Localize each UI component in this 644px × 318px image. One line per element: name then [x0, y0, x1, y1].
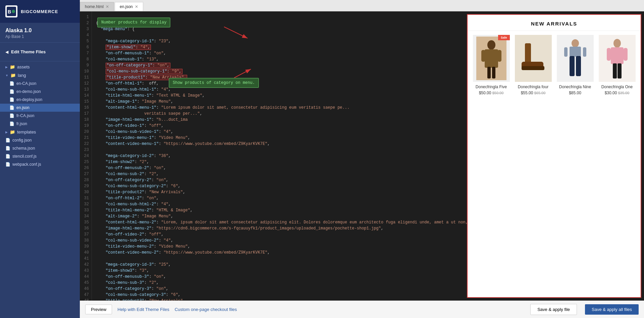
product-price-2: $85.00 — [569, 91, 581, 95]
tab-home-html-label: home.html — [85, 4, 104, 9]
file-en-demo-json[interactable]: 📄 en-demo.json — [0, 88, 80, 96]
svg-rect-30 — [613, 63, 617, 78]
product-card-1: Donecfringla four $55.00 $65.00 — [514, 35, 553, 95]
product-original-price-3: $35.00 — [618, 91, 630, 95]
svg-rect-29 — [624, 48, 628, 61]
folder-templates-label: templates — [17, 129, 36, 135]
tab-en-json-label: en.json — [120, 4, 133, 9]
file-fr-ca-json[interactable]: 📄 fr-CA.json — [0, 112, 80, 120]
file-fr-label: fr.json — [16, 121, 27, 126]
product-image-0: Sale — [473, 35, 510, 82]
save-file-button[interactable]: Save & apply file — [530, 304, 577, 315]
main-content: home.html ✕ en.json ✕ 12345 678910 11121… — [80, 0, 644, 318]
product-name-2: Donecfringla Nine — [559, 85, 591, 89]
edit-theme-files-header[interactable]: ◀ Edit Theme Files — [0, 46, 80, 58]
svg-point-19 — [572, 39, 579, 47]
file-config-json[interactable]: 📄 config.json — [0, 136, 80, 144]
close-tab-home-html[interactable]: ✕ — [106, 5, 109, 9]
file-webpack-conf[interactable]: 📄 webpack.conf.js — [0, 160, 80, 168]
folder-assets-label: assets — [17, 64, 30, 69]
folder-templates[interactable]: ▶ 📁 templates — [0, 128, 80, 136]
chevron-right-icon: ▶ — [5, 65, 8, 69]
file-tree: ▶ 📁 assets ▼ 📁 lang 📄 en-CA.json 📄 en-de… — [0, 61, 80, 318]
svg-rect-12 — [487, 67, 491, 78]
svg-rect-21 — [564, 47, 568, 57]
theme-base: Ap Base 1 — [5, 34, 32, 39]
code-lines-container: 12345 678910 1112131415 1617181920 21222… — [80, 11, 467, 301]
file-en-deploy-json[interactable]: 📄 en-deploy.json — [0, 96, 80, 104]
bigcommerce-logo-icon: B — [5, 5, 17, 17]
file-webpack-label: webpack.conf.js — [12, 162, 41, 167]
svg-rect-28 — [607, 48, 611, 61]
bottom-bar: Preview Help with Edit Theme Files Custo… — [80, 301, 644, 318]
file-icon: 📄 — [9, 81, 14, 86]
file-icon: 📄 — [9, 97, 14, 102]
theme-name: Alaska 1.0 — [5, 28, 32, 34]
svg-rect-22 — [583, 47, 586, 57]
help-link[interactable]: Help with Edit Theme Files — [117, 307, 169, 312]
file-icon: 📄 — [9, 121, 14, 126]
product-name-0: Donecfringla Five — [476, 85, 507, 89]
file-icon: 📄 — [9, 89, 14, 94]
product-image-1 — [515, 35, 552, 82]
theme-info-section: Alaska 1.0 Ap Base 1 « — [0, 23, 80, 43]
folder-icon: 📁 — [10, 73, 16, 78]
file-schema-label: schema.json — [12, 146, 35, 151]
tab-bar: home.html ✕ en.json ✕ — [80, 0, 644, 11]
svg-rect-13 — [492, 67, 495, 78]
file-en-label: en.json — [16, 105, 30, 110]
product-current-price-1: $55.00 — [521, 91, 533, 95]
close-tab-en-json[interactable]: ✕ — [135, 5, 138, 9]
product-card-3: Donecfringla One $30.00 $35.00 — [597, 35, 637, 95]
folder-icon: 📁 — [10, 129, 15, 135]
logo-text: BIGCOMMERCE — [21, 9, 58, 14]
folder-lang[interactable]: ▼ 📁 lang — [0, 71, 80, 80]
file-config-label: config.json — [12, 138, 32, 143]
file-icon: 📄 — [9, 105, 14, 110]
tab-home-html[interactable]: home.html ✕ — [80, 2, 114, 11]
file-en-ca-json[interactable]: 📄 en-CA.json — [0, 80, 80, 88]
custom-checkout-link[interactable]: Custom one-page checkout files — [175, 307, 237, 312]
code-editor[interactable]: 12345 678910 1112131415 1617181920 21222… — [80, 11, 467, 301]
file-fr-ca-label: fr-CA.json — [16, 113, 34, 118]
line-numbers: 12345 678910 1112131415 1617181920 21222… — [80, 11, 92, 301]
annotation-products-display: Number products for display — [97, 17, 170, 28]
product-original-price-0: $50.00 — [492, 91, 504, 95]
product-current-price-2: $85.00 — [569, 91, 581, 95]
file-fr-json[interactable]: 📄 fr.json — [0, 120, 80, 128]
product-price-3: $30.00 $35.00 — [605, 91, 630, 95]
product-silhouette-2 — [560, 37, 590, 80]
file-schema-json[interactable]: 📄 schema.json — [0, 144, 80, 152]
svg-text:B: B — [8, 9, 11, 14]
save-all-button[interactable]: Save & apply all files — [585, 304, 639, 315]
svg-rect-31 — [618, 63, 622, 78]
product-price-0: $50.00 $50.00 — [479, 91, 504, 95]
annotation-show-products-category-text: Show products of category on menu. — [173, 81, 255, 85]
product-price-1: $55.00 $65.00 — [521, 91, 546, 95]
svg-rect-10 — [481, 50, 485, 62]
product-card-0: Sale Donecfringla Fi — [472, 35, 511, 95]
product-silhouette-1 — [518, 37, 548, 80]
svg-rect-9 — [485, 49, 498, 68]
file-en-json[interactable]: 📄 en.json — [0, 104, 80, 112]
product-silhouette-0 — [476, 37, 506, 80]
sale-badge: Sale — [498, 35, 510, 40]
preview-title: NEW ARRIVALS — [468, 15, 641, 31]
product-name-1: Donecfringla four — [518, 85, 548, 89]
svg-point-2 — [12, 10, 15, 13]
file-en-demo-label: en-demo.json — [16, 89, 41, 94]
file-en-deploy-label: en-deploy.json — [16, 97, 42, 102]
svg-rect-27 — [611, 47, 624, 64]
edit-theme-files-section[interactable]: ◀ Edit Theme Files — [0, 43, 80, 61]
product-original-price-1: $65.00 — [534, 91, 546, 95]
folder-assets[interactable]: ▶ 📁 assets — [0, 63, 80, 71]
file-en-ca-label: en-CA.json — [16, 81, 36, 86]
preview-button[interactable]: Preview — [85, 305, 112, 314]
product-card-2: Donecfringla Nine $85.00 — [555, 35, 595, 95]
code-content[interactable]: { "mega-menu": { "mega-category-id-1": "… — [92, 11, 467, 301]
product-current-price-3: $30.00 — [605, 91, 617, 95]
svg-point-26 — [613, 39, 621, 48]
tab-en-json[interactable]: en.json ✕ — [115, 2, 143, 11]
file-stencil-conf[interactable]: 📄 stencil.conf.js — [0, 152, 80, 160]
file-icon: 📄 — [5, 146, 10, 151]
